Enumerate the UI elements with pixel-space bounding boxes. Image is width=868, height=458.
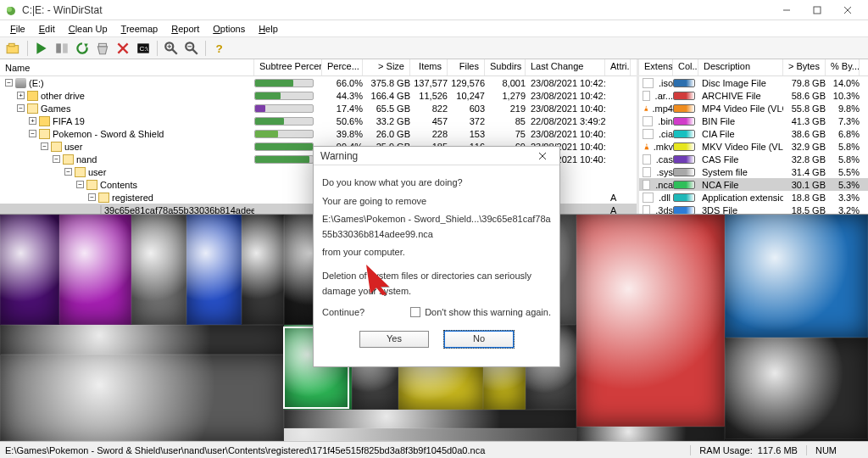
col-subtree[interactable]: Subtree Percent... <box>254 59 322 75</box>
treemap-block[interactable] <box>576 427 725 441</box>
expand-icon[interactable]: − <box>64 168 72 176</box>
treemap-block[interactable] <box>398 325 483 410</box>
ext-row[interactable]: .ncaNCA File30.1 GB5.3% <box>639 178 868 191</box>
expand-icon[interactable]: − <box>88 193 96 201</box>
ext-row[interactable]: .casCAS File32.8 GB5.8% <box>639 153 868 165</box>
treemap-block[interactable] <box>360 215 390 325</box>
svg-marker-11 <box>84 43 88 47</box>
expand-icon[interactable]: − <box>5 79 13 87</box>
treemap-block[interactable] <box>0 325 284 355</box>
treemap-block[interactable] <box>352 325 398 410</box>
ext-row[interactable]: .ar...ARCHIVE File58.6 GB10.3% <box>639 89 868 102</box>
col-desc[interactable]: Description <box>698 59 783 75</box>
ext-row[interactable]: .isoDisc Image File79.8 GB14.0% <box>639 76 868 89</box>
col-name[interactable]: Name <box>0 59 254 75</box>
tree-row[interactable]: +other drive44.3%166.4 GB11,52610,2471,2… <box>0 89 637 102</box>
close-button[interactable] <box>832 2 863 19</box>
tree-header[interactable]: Name Subtree Percent... Perce... > Size … <box>0 59 637 76</box>
svg-rect-10 <box>63 43 68 53</box>
tree-row[interactable]: −user99.4%25.9 GB1851166923/08/2021 10:4… <box>0 140 637 153</box>
treemap-block[interactable] <box>0 355 284 441</box>
ext-row[interactable]: .ciaCIA File38.6 GB6.8% <box>639 127 868 140</box>
menu-options[interactable]: Options <box>206 23 252 35</box>
treemap-block[interactable] <box>576 215 725 427</box>
ext-row[interactable]: .dllApplication extension18.8 GB3.3% <box>639 191 868 204</box>
tree-row[interactable]: −Pokemon - Sword & Shield39.8%26.0 GB228… <box>0 127 637 140</box>
menu-treemap[interactable]: Treemap <box>114 23 165 35</box>
col-attr[interactable]: Attri... <box>605 59 631 75</box>
col-color[interactable]: Col... <box>673 59 698 75</box>
delete-icon[interactable] <box>115 41 131 56</box>
tree-row[interactable]: −user <box>0 165 637 178</box>
menu-clean-up[interactable]: Clean Up <box>62 23 114 35</box>
treemap-block[interactable] <box>242 215 284 325</box>
col-size[interactable]: > Size <box>363 59 410 75</box>
treemap-block[interactable] <box>0 215 59 325</box>
expand-icon[interactable]: − <box>53 155 60 163</box>
status-ram: RAM Usage: 117.6 MB <box>690 445 806 455</box>
expand-icon[interactable]: − <box>17 104 25 112</box>
tree-row[interactable]: +FIFA 1950.6%33.2 GB4573728522/08/2021 3… <box>0 114 637 127</box>
ext-row[interactable]: .3ds3DS File18.5 GB3.2% <box>639 204 868 214</box>
menu-help[interactable]: Help <box>252 23 285 35</box>
col-bypct[interactable]: % By... <box>826 59 860 75</box>
ext-row[interactable]: .mkvMKV Video File (VLC)32.9 GB5.8% <box>639 140 868 153</box>
treemap-block[interactable] <box>390 215 483 325</box>
treemap-block[interactable] <box>284 410 576 428</box>
extension-pane[interactable]: Extensi... Col... Description > Bytes % … <box>639 59 868 214</box>
treemap-block[interactable] <box>59 215 131 325</box>
treemap-block[interactable] <box>725 215 868 338</box>
col-ext[interactable]: Extensi... <box>639 59 673 75</box>
treemap-block[interactable] <box>483 325 526 410</box>
treemap-block[interactable] <box>186 215 242 325</box>
col-subdirs[interactable]: Subdirs <box>485 59 526 75</box>
treemap-block[interactable] <box>131 215 186 325</box>
tree-row[interactable]: −registeredA <box>0 191 637 204</box>
svg-rect-7 <box>8 43 14 46</box>
expand-icon[interactable]: + <box>17 92 25 99</box>
ext-rows[interactable]: .isoDisc Image File79.8 GB14.0%.ar...ARC… <box>639 76 868 214</box>
treemap-block[interactable] <box>526 325 576 410</box>
zoom-in-icon[interactable] <box>164 41 179 56</box>
tree-row[interactable]: −(E:)66.0%375.8 GB137,577129,5768,00123/… <box>0 76 637 89</box>
expand-icon[interactable]: − <box>76 181 84 188</box>
row-name: Pokemon - Sword & Shield <box>53 129 164 139</box>
list-toggle-icon[interactable] <box>54 41 70 56</box>
ext-row[interactable]: .binBIN File41.3 GB7.3% <box>639 114 868 127</box>
open-icon[interactable] <box>6 41 21 56</box>
expand-icon[interactable]: − <box>29 130 36 137</box>
app-icon <box>5 4 17 16</box>
menu-report[interactable]: Report <box>164 23 206 35</box>
tree-row[interactable]: −nand94.1%24.4 GB36191723/08/2021 10:40: <box>0 153 637 165</box>
ext-row[interactable]: .mp4MP4 Video File (VLC)55.8 GB9.8% <box>639 102 868 114</box>
tree-row[interactable]: 39c65e81caf78a55b33036b814adee99.ncaA <box>0 204 637 214</box>
col-percent[interactable]: Perce... <box>322 59 363 75</box>
cmd-icon[interactable]: C:\ <box>136 41 151 56</box>
col-items[interactable]: Items <box>410 59 448 75</box>
ext-header[interactable]: Extensi... Col... Description > Bytes % … <box>639 59 868 76</box>
recycle-bin-icon[interactable] <box>95 41 110 56</box>
refresh-icon[interactable] <box>75 41 90 56</box>
treemap-block[interactable] <box>284 215 360 325</box>
zoom-out-icon[interactable] <box>184 41 199 56</box>
help-icon[interactable]: ? <box>212 41 227 56</box>
expand-icon[interactable]: − <box>41 142 48 150</box>
tree-row[interactable]: −Games17.4%65.5 GB82260321923/08/2021 10… <box>0 102 637 114</box>
play-icon[interactable] <box>34 41 49 56</box>
treemap-block[interactable] <box>725 338 868 439</box>
folder-open-icon <box>63 154 74 165</box>
expand-icon[interactable]: + <box>29 117 36 125</box>
tree-row[interactable]: −Contents <box>0 178 637 191</box>
treemap-block[interactable] <box>483 215 576 325</box>
menu-edit[interactable]: Edit <box>32 23 62 35</box>
treemap[interactable] <box>0 215 868 441</box>
col-files[interactable]: Files <box>448 59 485 75</box>
menu-file[interactable]: File <box>3 23 32 35</box>
tree-pane[interactable]: Name Subtree Percent... Perce... > Size … <box>0 59 639 214</box>
minimize-button[interactable] <box>771 2 802 19</box>
maximize-button[interactable] <box>802 2 832 19</box>
ext-row[interactable]: .sysSystem file31.4 GB5.5% <box>639 165 868 178</box>
tree-rows[interactable]: −(E:)66.0%375.8 GB137,577129,5768,00123/… <box>0 76 637 214</box>
col-bytes[interactable]: > Bytes <box>783 59 826 75</box>
col-last[interactable]: Last Change <box>526 59 605 75</box>
